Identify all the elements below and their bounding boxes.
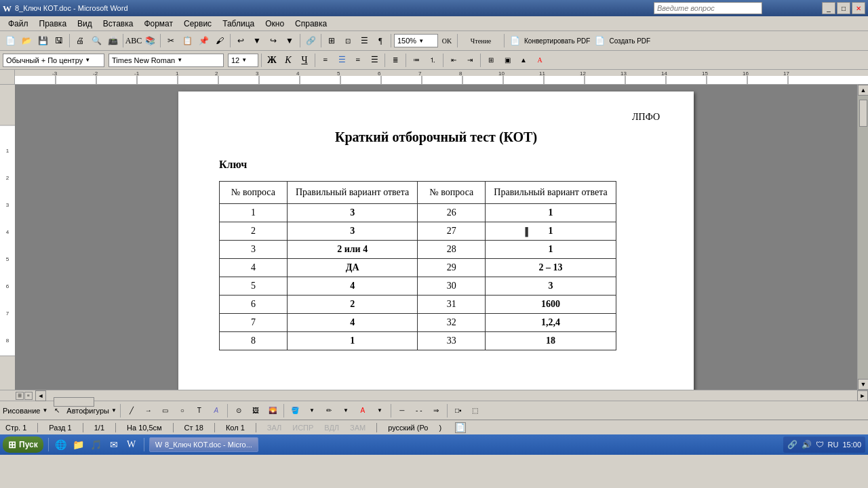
arrow-tool[interactable]: → (141, 403, 156, 418)
textbox-tool[interactable]: T (192, 403, 207, 418)
h-scroll-right-button[interactable]: ► (857, 390, 868, 401)
search-input[interactable] (654, 2, 762, 14)
font-dropdown[interactable]: Times New Roman ▼ (108, 54, 224, 67)
menu-edit[interactable]: Правка (34, 18, 73, 30)
justify-button[interactable]: ☰ (367, 53, 382, 68)
3d-button[interactable]: ⬚ (468, 403, 483, 418)
new-button[interactable]: 📄 (3, 33, 18, 48)
zoom-ok-button[interactable]: OK (439, 33, 454, 48)
rectangle-tool[interactable]: ▭ (158, 403, 173, 418)
start-button[interactable]: ⊞ Пуск (3, 436, 43, 453)
drawing-button[interactable]: Рисование ▼ (3, 407, 47, 415)
show-hide-button[interactable]: ¶ (373, 33, 388, 48)
font-color-draw-button[interactable]: A (355, 403, 370, 418)
italic-button[interactable]: К (281, 53, 296, 68)
scroll-up-button[interactable]: ▲ (858, 85, 868, 96)
minimize-button[interactable]: _ (822, 2, 835, 14)
print-preview-button[interactable]: 🔍 (89, 33, 104, 48)
vertical-scrollbar[interactable]: ▲ ▼ (857, 85, 868, 390)
ie-icon[interactable]: 🌐 (54, 437, 68, 452)
zoom-dropdown[interactable]: 150%▼ (394, 34, 438, 47)
close-button[interactable]: ✕ (852, 2, 865, 14)
read-mode-button[interactable]: Чтение (460, 33, 501, 48)
font-color-draw-dropdown[interactable]: ▼ (372, 403, 387, 418)
research-button[interactable]: 📚 (142, 33, 157, 48)
bold-button[interactable]: Ж (264, 53, 279, 68)
arrow-style-button[interactable]: ⇒ (429, 403, 443, 418)
taskbar-app-word[interactable]: W 8_Ключ КОТ.doc - Micro... (149, 437, 258, 452)
shadow-button[interactable]: □▪ (451, 403, 466, 418)
fill-dropdown[interactable]: ▼ (304, 403, 319, 418)
align-right-button[interactable]: ≡ (351, 53, 366, 68)
line-tool[interactable]: ╱ (124, 403, 139, 418)
insert-table-button[interactable]: ⊡ (340, 33, 355, 48)
media-icon[interactable]: 🎵 (89, 437, 104, 452)
line-spacing-button[interactable]: ≣ (388, 53, 403, 68)
menu-help[interactable]: Справка (290, 18, 332, 30)
insert-image-tool[interactable]: 🌄 (265, 403, 280, 418)
clipart-tool[interactable]: 🖼 (248, 403, 263, 418)
redo-dropdown[interactable]: ▼ (282, 33, 297, 48)
copy-button[interactable]: 📋 (180, 33, 195, 48)
scrollbar-track[interactable] (858, 96, 868, 379)
outlook-icon[interactable]: ✉ (106, 437, 121, 452)
menu-view[interactable]: Вид (72, 18, 98, 30)
scrollbar-thumb[interactable] (859, 100, 867, 127)
create-pdf-button[interactable]: Создать PDF (609, 37, 650, 45)
scroll-down-button[interactable]: ▼ (858, 379, 868, 390)
columns-button[interactable]: ☰ (357, 33, 372, 48)
cut-button[interactable]: ✂ (163, 33, 178, 48)
diagram-tool[interactable]: ⊙ (231, 403, 246, 418)
style-dropdown[interactable]: Обычный + По центру ▼ (3, 54, 104, 67)
outline-view-button[interactable]: ≡ (24, 392, 33, 400)
undo-dropdown[interactable]: ▼ (250, 33, 264, 48)
font-color-button[interactable]: A (532, 53, 547, 68)
highlight-button[interactable]: ▲ (516, 53, 531, 68)
hyperlink-button[interactable]: 🔗 (303, 33, 318, 48)
line-style-button[interactable]: ─ (395, 403, 410, 418)
autoshapes-button[interactable]: Автофигуры ▼ (66, 407, 117, 415)
table-button[interactable]: ⊞ (324, 33, 339, 48)
save-all-button[interactable]: 🖫 (52, 33, 66, 48)
normal-view-button[interactable]: ☰ (16, 392, 24, 400)
line-color-dropdown[interactable]: ▼ (338, 403, 353, 418)
align-left-button[interactable]: ≡ (318, 53, 333, 68)
undo-button[interactable]: ↩ (233, 33, 248, 48)
bullets-button[interactable]: ≔ (409, 53, 424, 68)
fax-button[interactable]: 📠 (105, 33, 120, 48)
convert-pdf-button[interactable]: Конвертировать PDF (524, 37, 590, 45)
h-scrollbar-thumb[interactable] (54, 397, 94, 407)
decrease-indent-button[interactable]: ⇤ (446, 53, 461, 68)
save-button[interactable]: 💾 (35, 33, 50, 48)
underline-button[interactable]: Ч (297, 53, 312, 68)
shading-button[interactable]: ▣ (500, 53, 515, 68)
wordart-tool[interactable]: A (209, 403, 224, 418)
increase-indent-button[interactable]: ⇥ (462, 53, 477, 68)
maximize-button[interactable]: □ (837, 2, 850, 14)
dash-style-button[interactable]: - - (412, 403, 427, 418)
menu-file[interactable]: Файл (3, 18, 34, 30)
menu-format[interactable]: Формат (138, 18, 178, 30)
document-area[interactable]: ЛПФО Краткий отборочный тест (КОТ) Ключ … (15, 85, 857, 390)
redo-button[interactable]: ↪ (266, 33, 281, 48)
spell-check-button[interactable]: ABC (126, 33, 141, 48)
menu-window[interactable]: Окно (260, 18, 290, 30)
oval-tool[interactable]: ○ (175, 403, 190, 418)
numbering-button[interactable]: ⒈ (425, 53, 440, 68)
folder-icon[interactable]: 📁 (71, 437, 86, 452)
open-button[interactable]: 📂 (19, 33, 34, 48)
tray-lang[interactable]: RU (828, 441, 839, 449)
menu-insert[interactable]: Вставка (98, 18, 139, 30)
paste-button[interactable]: 📌 (196, 33, 211, 48)
line-color-button[interactable]: ✏ (321, 403, 336, 418)
fill-color-button[interactable]: 🪣 (288, 403, 302, 418)
align-center-button[interactable]: ☰ (334, 53, 349, 68)
print-button[interactable]: 🖨 (73, 33, 87, 48)
h-scroll-left-button[interactable]: ◄ (35, 390, 46, 401)
font-size-dropdown[interactable]: 12 ▼ (228, 54, 258, 67)
word-taskbar-icon[interactable]: W (124, 437, 139, 452)
menu-table[interactable]: Таблица (217, 18, 260, 30)
outside-border-button[interactable]: ⊞ (484, 53, 498, 68)
menu-tools[interactable]: Сервис (178, 18, 217, 30)
format-painter-button[interactable]: 🖌 (212, 33, 227, 48)
